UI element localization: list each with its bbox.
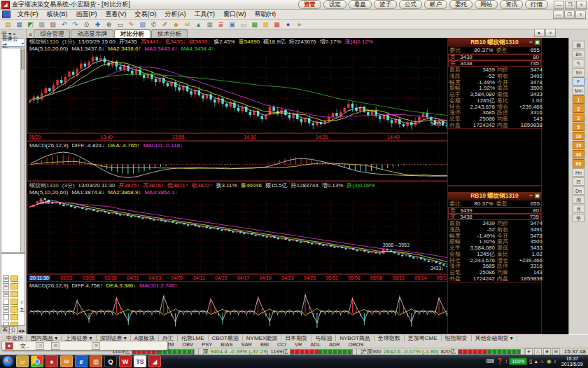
- mdi-restore-button[interactable]: ❐: [564, 11, 575, 19]
- ask-row[interactable]: 卖 3439 80: [448, 207, 541, 214]
- document-tab[interactable]: 技术分析: [151, 29, 188, 38]
- toolbar-icon[interactable]: ▩: [249, 20, 260, 29]
- tab-close-icon[interactable]: ×: [545, 29, 556, 37]
- market-tab[interactable]: CBOT粮油: [209, 334, 243, 341]
- quick-button[interactable]: 设定: [323, 0, 346, 9]
- toolbar-icon[interactable]: ▣: [227, 20, 237, 29]
- menu-item[interactable]: 文件(F): [13, 10, 43, 19]
- quick-button[interactable]: 行情: [525, 0, 548, 9]
- cursor-icon[interactable]: ✑: [528, 40, 533, 45]
- macd2-panel[interactable]: 0.00: [27, 289, 474, 339]
- menu-item[interactable]: 画面(P): [72, 10, 102, 19]
- chrome-icon[interactable]: [31, 355, 43, 367]
- indicator-tab[interactable]: OBOS: [344, 341, 368, 348]
- toolbar-icon[interactable]: ✎: [126, 20, 136, 29]
- indicator-tab[interactable]: OBV: [178, 341, 198, 348]
- market-tab[interactable]: NYMEX能源: [243, 334, 281, 341]
- tree-item[interactable]: [1, 313, 24, 321]
- expand-icon[interactable]: ⊞: [3, 275, 9, 282]
- tree-item[interactable]: [1, 321, 24, 326]
- quick-button[interactable]: 委托: [449, 0, 472, 9]
- chart1-candles[interactable]: 3433↓3500348034603439: [27, 52, 474, 133]
- quote-panel-header[interactable]: RB10 螺纹钢1310 ✑▣: [448, 39, 541, 47]
- toolbar-icon[interactable]: ▨: [48, 20, 58, 29]
- indicator-tab[interactable]: ADR: [325, 341, 344, 348]
- tree-item[interactable]: ⊞ 五: [1, 306, 24, 313]
- explorer-icon[interactable]: ▱: [16, 355, 29, 367]
- new-formula-combo[interactable]: 新建公式 ▾: [1, 39, 25, 47]
- power-plug-icon[interactable]: ▯: [529, 358, 532, 364]
- dots-icon[interactable]: ⁞: [505, 358, 507, 364]
- toolbar-icon[interactable]: ▩: [272, 20, 282, 29]
- ask-row[interactable]: 卖 3439 80: [448, 54, 541, 60]
- toolbar-icon[interactable]: ▦: [204, 20, 215, 29]
- ts-app-icon[interactable]: TS: [134, 355, 146, 367]
- alert-icon[interactable]: △: [534, 348, 542, 355]
- indicator-tab[interactable]: ADL: [306, 341, 325, 348]
- clock-icon[interactable]: ◷: [36, 342, 44, 350]
- minimize-button[interactable]: —: [554, 1, 564, 9]
- foxmail-icon[interactable]: ✉: [60, 355, 73, 367]
- toolbar-icon[interactable]: ✆: [148, 20, 159, 29]
- period-button[interactable]: ▤: [573, 41, 584, 49]
- market-tab[interactable]: 日本期货: [281, 334, 312, 341]
- period-button[interactable]: 1: [573, 95, 584, 104]
- toolbar-icon[interactable]: ✐: [160, 20, 170, 29]
- period-button[interactable]: 2: [573, 104, 584, 113]
- toolbar-icon[interactable]: ◩: [25, 20, 36, 29]
- menu-item[interactable]: 工具(T): [190, 10, 220, 19]
- menu-item[interactable]: 查看(V): [102, 10, 131, 19]
- market-tab[interactable]: 其他金融期货 ▾: [472, 334, 517, 341]
- market-tab[interactable]: NYBOT商品: [336, 334, 374, 341]
- toolbar-icon[interactable]: ▩: [260, 20, 271, 29]
- quick-button[interactable]: 资管: [298, 0, 321, 9]
- expand-icon[interactable]: [3, 299, 9, 305]
- menu-item[interactable]: 板块(B): [43, 10, 72, 19]
- security-icon[interactable]: ♨: [540, 358, 545, 364]
- mdi-close-button[interactable]: ×: [575, 11, 586, 19]
- toolbar-icon[interactable]: ≣: [216, 20, 226, 29]
- period-button[interactable]: 月: [573, 205, 584, 213]
- book-icon[interactable]: ▤: [552, 348, 560, 355]
- document-tab[interactable]: 对比分析: [114, 29, 150, 38]
- volume-icon[interactable]: ♪: [554, 358, 556, 364]
- arrow-right-icon[interactable]: ▶: [22, 328, 25, 333]
- ie-icon[interactable]: e: [75, 355, 88, 367]
- expand-icon[interactable]: [3, 314, 9, 320]
- toolbar-icon[interactable]: »: [294, 20, 304, 29]
- document-tab[interactable]: 综合管理: [34, 29, 70, 38]
- macd1-panel[interactable]: 0.00-5.00: [27, 149, 474, 181]
- quick-button[interactable]: 帐户: [424, 0, 447, 9]
- quote-panel-header[interactable]: RB10 螺纹钢1310 ✑▣: [448, 192, 541, 200]
- toolbar-icon[interactable]: ✚: [92, 20, 103, 29]
- close-button[interactable]: ×: [576, 1, 587, 9]
- close-icon[interactable]: ✕: [92, 342, 100, 350]
- period-button[interactable]: Min: [573, 86, 584, 95]
- period-button[interactable]: 日: [573, 177, 584, 186]
- period-button[interactable]: ✎: [573, 59, 584, 67]
- expand-icon[interactable]: ⊞: [3, 283, 9, 289]
- toolbar-icon[interactable]: ▤: [3, 20, 13, 29]
- tab-scroll-icon[interactable]: ▸: [534, 29, 545, 37]
- menu-item[interactable]: 窗口(W): [219, 10, 251, 19]
- market-tab[interactable]: 全球指数: [374, 334, 405, 341]
- indicator-tab[interactable]: SAR: [237, 341, 255, 348]
- tree-item[interactable]: ⊞: [1, 290, 24, 298]
- tree-item[interactable]: ⊞: [1, 282, 24, 290]
- toolbar-icon[interactable]: ▭: [115, 20, 125, 29]
- help-icon[interactable]: ❓: [496, 358, 503, 364]
- toolbar-icon[interactable]: ▥: [36, 20, 47, 29]
- period-button[interactable]: 3: [573, 114, 584, 122]
- indicator-tab[interactable]: BIAS: [216, 341, 237, 348]
- quick-button[interactable]: 看盘: [349, 0, 372, 9]
- document-tab[interactable]: 动态显示牌: [71, 29, 113, 38]
- toolbar-icon[interactable]: ⊙: [81, 20, 92, 29]
- view-icon[interactable]: ◉: [543, 348, 551, 355]
- period-button[interactable]: 15: [573, 141, 584, 149]
- period-button[interactable]: F: [573, 77, 584, 86]
- quick-button[interactable]: 篮子: [374, 0, 397, 9]
- toolbar-icon[interactable]: ▲: [193, 20, 204, 29]
- network-icon[interactable]: ◈: [525, 348, 533, 355]
- market-tab[interactable]: 恒指期货: [442, 334, 472, 341]
- toolbar-icon[interactable]: ↶: [59, 20, 69, 29]
